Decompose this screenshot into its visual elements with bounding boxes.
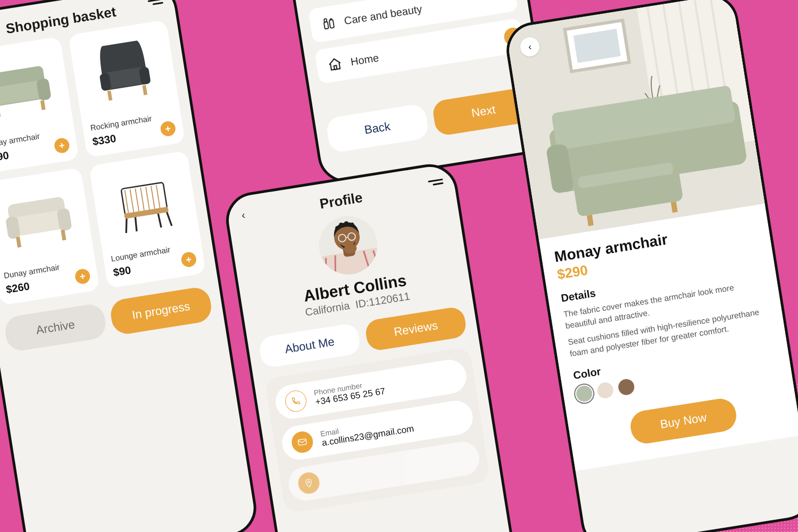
add-icon[interactable]: + — [53, 137, 70, 154]
basket-item[interactable]: Dunay armchair $260 + — [0, 168, 100, 306]
basket-item[interactable]: Lounge armchair $90 + — [89, 151, 206, 288]
product-hero: ‹ — [505, 0, 764, 239]
care-icon — [320, 15, 337, 32]
menu-icon[interactable] — [428, 179, 443, 186]
categories-screen: Care and beauty › Home › › Back Next — [271, 0, 554, 187]
svg-line-49 — [346, 237, 348, 238]
svg-rect-9 — [107, 91, 112, 101]
svg-rect-31 — [324, 19, 327, 22]
basket-item[interactable]: Rocking armchair $330 + — [68, 20, 185, 157]
detail-screen: ‹ — [502, 0, 798, 532]
svg-rect-30 — [324, 22, 329, 29]
svg-rect-5 — [40, 101, 46, 111]
avatar — [315, 212, 382, 279]
profile-screen: ‹ Profile — [222, 160, 528, 532]
svg-rect-4 — [0, 107, 1, 118]
svg-line-27 — [167, 212, 172, 226]
color-swatch[interactable] — [596, 381, 614, 399]
svg-line-19 — [130, 189, 134, 212]
svg-line-21 — [140, 187, 144, 210]
add-icon[interactable]: + — [180, 251, 197, 268]
basket-item[interactable]: Monay armchair $290 + — [0, 37, 79, 175]
svg-line-20 — [135, 188, 139, 211]
color-swatch[interactable] — [617, 378, 635, 396]
add-icon[interactable]: + — [74, 268, 91, 285]
back-icon[interactable]: ‹ — [240, 209, 246, 222]
svg-line-40 — [373, 250, 380, 270]
color-swatch[interactable] — [575, 385, 593, 403]
svg-rect-10 — [143, 85, 147, 95]
progress-tab[interactable]: In progress — [109, 286, 213, 336]
svg-rect-32 — [329, 20, 334, 28]
about-tab[interactable]: About Me — [258, 322, 362, 369]
svg-line-23 — [151, 186, 155, 209]
chevron-left-icon: ‹ — [527, 41, 532, 53]
svg-line-22 — [146, 187, 149, 210]
svg-line-26 — [124, 218, 129, 232]
svg-rect-16 — [61, 230, 66, 240]
buy-button[interactable]: Buy Now — [628, 396, 738, 446]
archive-tab[interactable]: Archive — [3, 302, 108, 353]
add-icon[interactable]: + — [160, 120, 177, 137]
svg-line-28 — [135, 217, 138, 231]
basket-screen: Shopping basket Monay armchair $290 + — [0, 0, 260, 532]
svg-line-29 — [158, 213, 161, 228]
category-label: Care and beauty — [343, 3, 423, 27]
email-icon — [290, 430, 314, 454]
item-price: $90 — [112, 264, 132, 279]
contact-group: Phone number +34 653 65 25 67 Email a.co… — [264, 347, 491, 514]
item-price: $330 — [92, 132, 117, 148]
item-price: $260 — [5, 280, 31, 296]
svg-rect-25 — [124, 206, 169, 219]
menu-icon[interactable] — [148, 0, 163, 6]
basket-grid: Monay armchair $290 + Rocking armchair — [0, 20, 206, 305]
phone-icon — [284, 389, 308, 413]
svg-rect-15 — [16, 237, 21, 247]
svg-line-18 — [124, 190, 128, 213]
home-icon — [327, 56, 344, 73]
location-icon — [297, 471, 321, 495]
item-price: $290 — [0, 149, 10, 165]
svg-line-24 — [156, 185, 160, 208]
reviews-tab[interactable]: Reviews — [364, 306, 468, 352]
svg-point-52 — [307, 481, 310, 483]
svg-rect-33 — [334, 65, 337, 70]
category-label: Home — [350, 52, 379, 68]
profile-title: Profile — [319, 189, 364, 212]
